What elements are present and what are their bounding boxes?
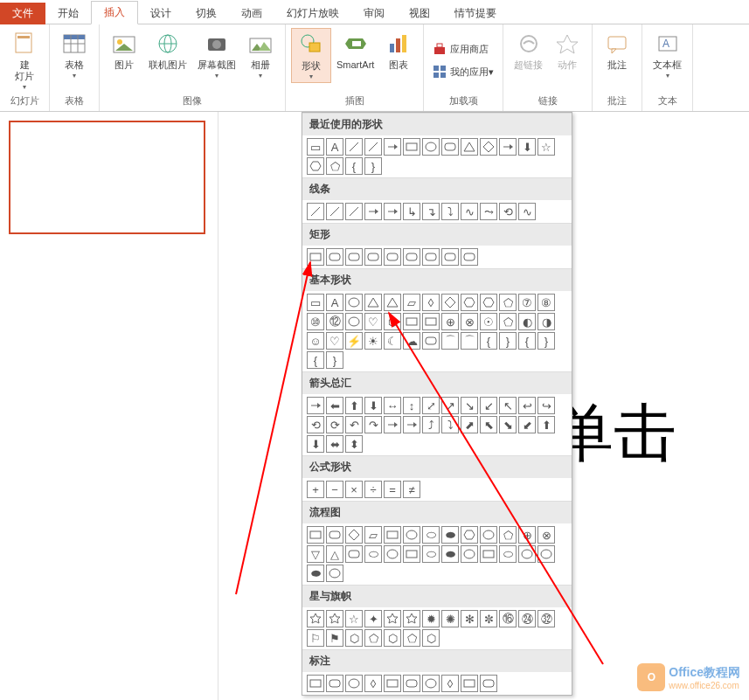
shape-item[interactable]: ⚑: [326, 629, 343, 647]
shape-item[interactable]: ⊗: [537, 526, 555, 544]
shape-item[interactable]: ↘: [461, 397, 478, 414]
shape-item[interactable]: [307, 675, 324, 692]
shape-item[interactable]: {: [345, 157, 363, 175]
album-button[interactable]: 相册▾: [241, 28, 280, 81]
slide-thumb-1[interactable]: [9, 121, 205, 234]
shape-item[interactable]: [384, 675, 401, 692]
shape-item[interactable]: ⬬: [441, 526, 459, 544]
shape-item[interactable]: [326, 675, 343, 692]
smartart-button[interactable]: SmartArt: [331, 28, 379, 73]
shape-item[interactable]: [403, 313, 420, 330]
shape-item[interactable]: ☉: [480, 313, 497, 330]
tab-home[interactable]: 开始: [45, 3, 91, 24]
shape-item[interactable]: [384, 294, 401, 311]
shape-item[interactable]: [518, 545, 536, 563]
shape-item[interactable]: ⬭: [422, 545, 440, 563]
shape-item[interactable]: ◐: [518, 313, 536, 330]
shape-item[interactable]: ☺: [307, 332, 324, 350]
shape-item[interactable]: [480, 526, 497, 544]
shape-item[interactable]: ≠: [403, 481, 420, 498]
chart-button[interactable]: 图表: [379, 28, 418, 73]
tab-view[interactable]: 视图: [397, 3, 442, 24]
shape-item[interactable]: ⬡: [422, 629, 440, 647]
shape-item[interactable]: ⬬: [307, 565, 324, 582]
tab-file[interactable]: 文件: [0, 3, 45, 24]
shape-item[interactable]: ⬡: [384, 313, 401, 330]
shape-item[interactable]: ⟲: [499, 203, 517, 220]
shape-item[interactable]: ▽: [307, 545, 324, 563]
shape-item[interactable]: ▱: [403, 294, 420, 311]
shape-item[interactable]: ↴: [422, 203, 440, 220]
shape-item[interactable]: ↙: [480, 397, 497, 414]
shape-item[interactable]: ↪: [537, 397, 555, 414]
shape-item[interactable]: [364, 203, 382, 220]
shape-item[interactable]: ↩: [518, 397, 536, 414]
shape-item[interactable]: [326, 610, 343, 627]
shape-item[interactable]: [422, 675, 440, 692]
shape-item[interactable]: ⬇: [518, 138, 536, 156]
shape-item[interactable]: ✹: [422, 610, 440, 627]
shape-item[interactable]: ⬬: [441, 545, 459, 563]
shape-item[interactable]: ⬅: [326, 397, 343, 414]
shape-item[interactable]: [441, 294, 459, 311]
shape-item[interactable]: ♡: [326, 332, 343, 350]
shape-item[interactable]: ⬊: [499, 416, 517, 433]
shape-item[interactable]: ⬠: [499, 313, 517, 330]
shape-item[interactable]: ▱: [364, 526, 382, 544]
shape-item[interactable]: [537, 545, 555, 563]
shape-item[interactable]: [403, 675, 420, 692]
shape-item[interactable]: ▭: [307, 294, 324, 311]
shape-item[interactable]: }: [364, 157, 382, 175]
shape-item[interactable]: [422, 332, 440, 350]
shape-item[interactable]: [461, 248, 478, 266]
shape-item[interactable]: }: [537, 332, 555, 350]
shape-item[interactable]: [480, 294, 497, 311]
shape-item[interactable]: [461, 138, 478, 156]
shape-item[interactable]: ×: [345, 481, 363, 498]
tab-review[interactable]: 审阅: [351, 3, 397, 24]
shape-item[interactable]: ↷: [364, 416, 382, 433]
shapes-button[interactable]: 形状▾: [291, 28, 331, 83]
shape-item[interactable]: [307, 203, 324, 220]
shape-item[interactable]: △: [326, 545, 343, 563]
shape-item[interactable]: [345, 138, 363, 156]
shape-item[interactable]: [345, 313, 363, 330]
shape-item[interactable]: ☆: [345, 610, 363, 627]
shape-item[interactable]: [345, 526, 363, 544]
shape-item[interactable]: ♡: [364, 313, 382, 330]
shape-item[interactable]: [403, 248, 420, 266]
online-image-button[interactable]: 联机图片: [143, 28, 192, 73]
shape-item[interactable]: ↔: [384, 397, 401, 414]
shape-item[interactable]: ㉜: [537, 610, 555, 627]
shape-item[interactable]: ⬆: [537, 416, 555, 433]
shape-item[interactable]: ↶: [345, 416, 363, 433]
shape-item[interactable]: [384, 138, 401, 156]
shape-item[interactable]: [384, 203, 401, 220]
shape-item[interactable]: ☁: [403, 332, 420, 350]
shape-item[interactable]: [326, 526, 343, 544]
shape-item[interactable]: [307, 248, 324, 266]
shape-item[interactable]: [384, 545, 401, 563]
shape-item[interactable]: ÷: [364, 481, 382, 498]
shape-item[interactable]: [461, 294, 478, 311]
shape-item[interactable]: [441, 248, 459, 266]
action-button[interactable]: 动作: [548, 28, 586, 73]
tab-slideshow[interactable]: 幻灯片放映: [274, 3, 351, 24]
tab-design[interactable]: 设计: [138, 3, 184, 24]
shape-item[interactable]: [345, 675, 363, 692]
shape-item[interactable]: −: [326, 481, 343, 498]
shape-item[interactable]: ⬭: [364, 545, 382, 563]
shape-item[interactable]: ⌒: [461, 332, 478, 350]
shape-item[interactable]: ⤳: [480, 203, 497, 220]
screenshot-button[interactable]: 屏幕截图▾: [192, 28, 241, 81]
shape-item[interactable]: [480, 675, 497, 692]
tab-storyboard[interactable]: 情节提要: [442, 3, 509, 24]
shape-item[interactable]: ⬭: [422, 526, 440, 544]
shape-item[interactable]: [326, 565, 343, 582]
comment-button[interactable]: 批注: [598, 28, 636, 73]
new-slide-button[interactable]: 建灯片▾: [5, 28, 44, 93]
shape-item[interactable]: [403, 526, 420, 544]
shape-item[interactable]: ◑: [537, 313, 555, 330]
shape-item[interactable]: ⬆: [345, 397, 363, 414]
shape-item[interactable]: [403, 610, 420, 627]
